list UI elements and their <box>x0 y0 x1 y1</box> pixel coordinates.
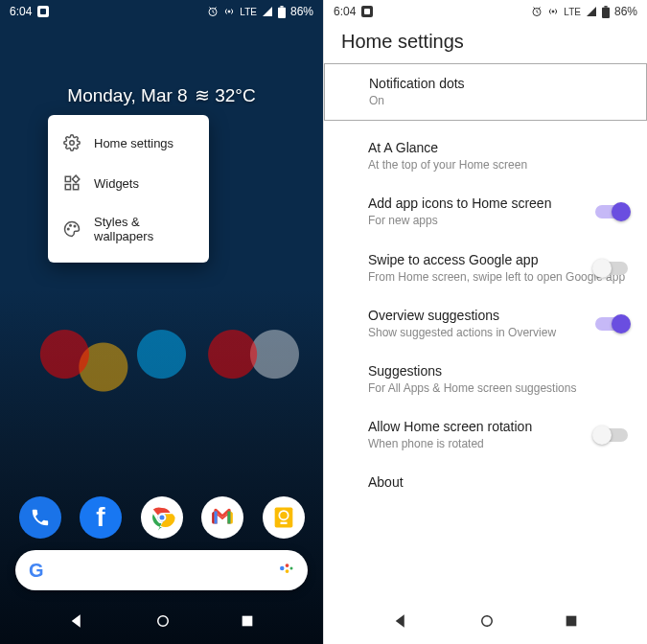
nav-back-icon[interactable] <box>392 612 409 633</box>
notification-indicator-icon <box>37 6 49 17</box>
menu-styles-label: Styles & wallpapers <box>94 215 194 243</box>
menu-widgets-label: Widgets <box>94 176 139 191</box>
svg-point-26 <box>157 616 168 627</box>
nav-recents-icon[interactable] <box>564 613 579 632</box>
svg-point-23 <box>286 564 289 567</box>
nav-back-icon[interactable] <box>68 612 85 633</box>
app-chrome[interactable] <box>141 496 183 539</box>
home-long-press-menu: Home settings Widgets Styles & wallpaper… <box>48 115 209 263</box>
gear-icon <box>63 134 81 151</box>
status-lte: LTE <box>564 7 581 17</box>
alarm-icon <box>531 6 543 17</box>
dock: f <box>0 496 323 539</box>
page-title: Home settings <box>341 31 464 53</box>
setting-subtitle: At the top of your Home screen <box>368 157 632 172</box>
nav-recents-icon[interactable] <box>240 613 255 632</box>
status-bar: 6:04 LTE 86% <box>0 0 323 23</box>
svg-point-12 <box>70 225 72 227</box>
svg-rect-8 <box>72 175 79 182</box>
setting-add-app-icons[interactable]: Add app icons to Home screen For new app… <box>339 184 632 240</box>
svg-rect-10 <box>74 185 79 190</box>
menu-styles-wallpapers[interactable]: Styles & wallpapers <box>48 203 209 255</box>
svg-rect-1 <box>40 9 46 14</box>
setting-title: Overview suggestions <box>368 308 632 323</box>
setting-title: Add app icons to Home screen <box>368 196 632 211</box>
svg-rect-35 <box>566 616 576 627</box>
svg-rect-17 <box>214 512 217 524</box>
hotspot-icon <box>547 6 559 17</box>
svg-rect-5 <box>280 6 283 8</box>
setting-subtitle: On <box>369 93 631 108</box>
svg-point-6 <box>70 141 75 146</box>
status-battery-pct: 86% <box>614 5 637 18</box>
battery-icon <box>602 6 610 18</box>
setting-subtitle: Show suggested actions in Overview <box>368 325 632 340</box>
status-bar: 6:04 LTE 86% <box>324 0 647 23</box>
setting-title: About <box>368 474 632 490</box>
status-time: 6:04 <box>10 5 32 18</box>
nav-bar <box>324 602 647 644</box>
menu-widgets[interactable]: Widgets <box>48 163 209 203</box>
signal-icon <box>262 6 273 17</box>
app-keep[interactable] <box>263 496 305 539</box>
setting-about[interactable]: About <box>339 463 632 503</box>
svg-point-3 <box>228 11 230 12</box>
google-search-bar[interactable]: G <box>15 550 308 590</box>
setting-suggestions[interactable]: Suggestions For All Apps & Home screen s… <box>339 352 632 407</box>
setting-subtitle: For All Apps & Home screen suggestions <box>368 380 632 396</box>
widgets-icon <box>63 174 81 192</box>
svg-rect-27 <box>242 616 252 627</box>
assistant-mic-icon[interactable] <box>277 560 294 581</box>
status-time: 6:04 <box>334 5 356 18</box>
palette-icon <box>63 220 81 238</box>
status-lte: LTE <box>240 7 257 17</box>
svg-point-24 <box>286 569 289 573</box>
toggle-switch[interactable] <box>595 205 628 218</box>
svg-rect-18 <box>227 512 230 524</box>
app-phone[interactable] <box>19 496 61 539</box>
svg-rect-29 <box>364 9 370 14</box>
setting-overview-suggestions[interactable]: Overview suggestions Show suggested acti… <box>339 296 632 352</box>
date-weather-widget[interactable]: Monday, Mar 8 ≋ 32°C <box>0 84 323 106</box>
menu-home-settings[interactable]: Home settings <box>48 123 209 163</box>
date-text: Monday, Mar 8 <box>67 85 187 105</box>
setting-title: At A Glance <box>368 140 632 155</box>
battery-icon <box>278 6 286 18</box>
svg-rect-9 <box>65 185 70 190</box>
temp-text: 32°C <box>215 85 255 105</box>
setting-notification-dots[interactable]: Notification dots On <box>324 63 647 121</box>
svg-rect-20 <box>280 522 287 524</box>
setting-title: Notification dots <box>369 76 631 91</box>
google-logo-icon: G <box>29 560 44 582</box>
svg-point-13 <box>74 225 76 227</box>
menu-home-settings-label: Home settings <box>94 136 173 150</box>
toggle-switch[interactable] <box>595 317 628 331</box>
setting-at-a-glance[interactable]: At A Glance At the top of your Home scre… <box>339 128 632 184</box>
svg-point-16 <box>158 515 165 521</box>
alarm-icon <box>207 6 219 17</box>
setting-subtitle: For new apps <box>368 213 632 228</box>
svg-rect-7 <box>65 176 70 181</box>
setting-swipe-google-app[interactable]: Swipe to access Google app From Home scr… <box>339 241 632 296</box>
hotspot-icon <box>223 6 235 17</box>
svg-point-22 <box>280 566 285 571</box>
phone-home-screen: 6:04 LTE 86% Monday, Mar 8 ≋ 32°C <box>0 0 324 644</box>
svg-rect-4 <box>278 7 286 17</box>
signal-icon <box>586 6 597 17</box>
app-facebook[interactable]: f <box>80 496 122 539</box>
settings-list: Notification dots On At A Glance At the … <box>324 63 647 503</box>
toggle-switch[interactable] <box>595 428 628 442</box>
svg-point-11 <box>68 228 70 230</box>
svg-rect-32 <box>602 7 610 17</box>
nav-bar <box>0 602 323 644</box>
setting-allow-rotation[interactable]: Allow Home screen rotation When phone is… <box>339 407 632 463</box>
app-gmail[interactable] <box>201 496 243 539</box>
nav-home-icon[interactable] <box>154 612 172 633</box>
status-battery-pct: 86% <box>290 5 313 18</box>
notification-indicator-icon <box>361 6 373 17</box>
setting-title: Suggestions <box>368 363 632 379</box>
toggle-switch[interactable] <box>595 262 628 275</box>
nav-home-icon[interactable] <box>478 612 496 633</box>
phone-settings-screen: 6:04 LTE 86% Home settings Notificat <box>324 0 647 644</box>
svg-point-25 <box>290 567 293 570</box>
